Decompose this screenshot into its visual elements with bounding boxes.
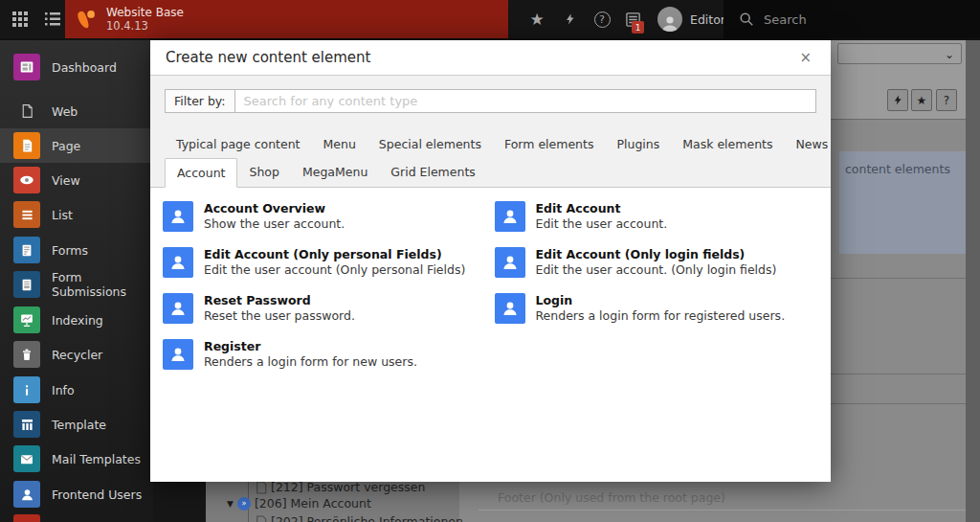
sidebar-item-recycler[interactable]: Recycler: [0, 337, 153, 372]
tab-shop[interactable]: Shop: [237, 158, 290, 187]
user-icon: [495, 247, 525, 278]
page-shortcut-icon: »: [237, 497, 251, 511]
ce-item-reset-password[interactable]: Reset PasswordReset the user password.: [163, 293, 487, 324]
ce-item-register[interactable]: RegisterRenders a login form for new use…: [163, 339, 487, 370]
tab-megamenu[interactable]: MegaMenu: [291, 158, 379, 187]
filter-label: Filter by:: [165, 89, 234, 113]
dashboard-icon: [13, 54, 40, 80]
account-tab-panel: Account OverviewShow the user account. E…: [150, 187, 831, 482]
list-module-icon: [13, 201, 40, 228]
sidebar-item-form-submissions[interactable]: Form Submissions: [0, 267, 153, 302]
sidebar-item-label: Mail Templates: [52, 442, 141, 476]
sidebar-item-label: Frontend Users: [52, 477, 142, 511]
tab-mask-elements[interactable]: Mask elements: [671, 130, 784, 158]
scrollbar-strip: [966, 38, 980, 522]
user-icon: [495, 201, 525, 232]
info-icon: [13, 376, 40, 403]
ce-item-edit-account[interactable]: Edit AccountEdit the user account.: [495, 201, 819, 232]
cache-bolt-button[interactable]: [887, 89, 908, 111]
sidebar-item-label: Dashboard: [52, 50, 117, 84]
tree-row-persoenliche-informationen[interactable]: [202] Persönliche Informationen: [256, 514, 463, 522]
ce-title: Account Overview: [204, 201, 345, 216]
docheader-select[interactable]: ⌄: [837, 43, 962, 64]
user-avatar[interactable]: [657, 7, 682, 32]
ce-title: Edit Account (Only login fields): [536, 247, 777, 262]
navigation-toggle-button[interactable]: [41, 8, 64, 31]
search-input[interactable]: [764, 12, 936, 27]
question-mark-icon: ?: [594, 11, 611, 28]
ce-desc: Edit the user account.: [536, 216, 668, 231]
tree-toolbar-strip: [153, 482, 206, 522]
sidebar-item-forms[interactable]: Forms: [0, 233, 153, 267]
sidebar-item-label: View: [52, 163, 80, 197]
sidebar-item-view[interactable]: View: [0, 163, 153, 197]
tab-row-2: Account Shop MegaMenu Grid Elements: [150, 158, 831, 187]
tree-row-passwort-vergessen[interactable]: [212] Passwort vergessen: [256, 480, 425, 494]
envelope-icon: [13, 445, 40, 472]
username-label[interactable]: Editor: [690, 12, 725, 27]
sidebar-item-frontend-users[interactable]: Frontend Users: [0, 477, 153, 511]
page-icon: [256, 515, 267, 522]
tab-news[interactable]: News: [784, 130, 831, 158]
typo3-logo: [75, 7, 98, 32]
tab-account[interactable]: Account: [165, 158, 237, 188]
tab-special-elements[interactable]: Special elements: [368, 130, 493, 158]
tab-form-elements[interactable]: Form elements: [493, 130, 606, 158]
tree-expand-caret[interactable]: ▼: [227, 499, 234, 509]
ce-item-edit-account-login[interactable]: Edit Account (Only login fields)Edit the…: [495, 247, 819, 278]
clear-cache-button[interactable]: [560, 9, 581, 30]
sidebar-item-label: Template: [52, 407, 106, 442]
apps-grid-icon: [11, 11, 29, 28]
tab-menu[interactable]: Menu: [312, 130, 368, 158]
bookmarks-button[interactable]: ★: [526, 9, 547, 30]
divider: [831, 278, 966, 279]
help-menu-button[interactable]: ?: [591, 9, 612, 30]
tab-plugins[interactable]: Plugins: [605, 130, 671, 158]
ce-title: Login: [536, 293, 786, 308]
tree-row-mein-account[interactable]: ▼ » [206] Mein Account: [227, 496, 371, 511]
ce-title: Register: [204, 339, 417, 354]
sidebar-item-mail-templates[interactable]: Mail Templates: [0, 442, 153, 476]
modal-title: Create new content element: [166, 49, 370, 66]
trash-icon: [13, 341, 40, 368]
sidebar-item-dashboard[interactable]: Dashboard: [0, 50, 153, 84]
template-icon: [13, 411, 40, 438]
tab-grid-elements[interactable]: Grid Elements: [379, 158, 486, 187]
sidebar-item-label: Forms: [52, 233, 88, 267]
frontend-users-icon: [13, 481, 40, 508]
ce-item-account-overview[interactable]: Account OverviewShow the user account.: [163, 201, 487, 232]
topbar: Website Base 10.4.13 ★ ? 1 Editor: [0, 0, 980, 38]
form-submissions-icon: [13, 271, 40, 298]
sidebar-item-indexing[interactable]: Indexing: [0, 303, 153, 337]
systeminfo-button[interactable]: 1: [622, 9, 643, 30]
modal-body: Filter by: Typical page content Menu Spe…: [150, 76, 831, 482]
help-button[interactable]: ?: [936, 89, 957, 111]
sidebar-item-label: Page: [52, 128, 80, 163]
sidebar-item-page[interactable]: Page: [0, 128, 153, 163]
close-icon[interactable]: ×: [795, 47, 815, 68]
module-icon-partial: [13, 514, 40, 522]
ce-title: Reset Password: [204, 293, 355, 308]
content-type-filter-input[interactable]: [234, 89, 816, 113]
site-info: Website Base 10.4.13: [106, 6, 184, 33]
divider: [831, 403, 966, 404]
page-module-icon: [13, 132, 40, 159]
sidebar-item-list[interactable]: List: [0, 197, 153, 232]
user-icon: [163, 339, 193, 370]
sidebar-item-web[interactable]: Web: [0, 94, 153, 128]
bookmark-star-button[interactable]: ★: [911, 89, 932, 111]
ce-item-edit-account-personal[interactable]: Edit Account (Only personal Fields)Edit …: [163, 247, 487, 278]
module-menu-toggle-button[interactable]: [9, 8, 32, 31]
tab-typical-page-content[interactable]: Typical page content: [165, 130, 312, 158]
ce-item-login[interactable]: LoginRenders a login form for registered…: [495, 293, 819, 324]
notification-badge: 1: [632, 21, 644, 34]
tree-item-label: [202] Persönliche Informationen: [271, 514, 463, 522]
sidebar-item-info[interactable]: Info: [0, 373, 153, 407]
eye-icon: [13, 167, 40, 193]
bolt-icon: [565, 11, 576, 27]
topbar-search[interactable]: [724, 0, 980, 38]
sidebar-item-template[interactable]: Template: [0, 407, 153, 442]
tree-item-label: [212] Passwort vergessen: [271, 480, 425, 494]
sidebar-item-label: Info: [52, 373, 75, 407]
brand-area[interactable]: Website Base 10.4.13: [65, 0, 508, 38]
